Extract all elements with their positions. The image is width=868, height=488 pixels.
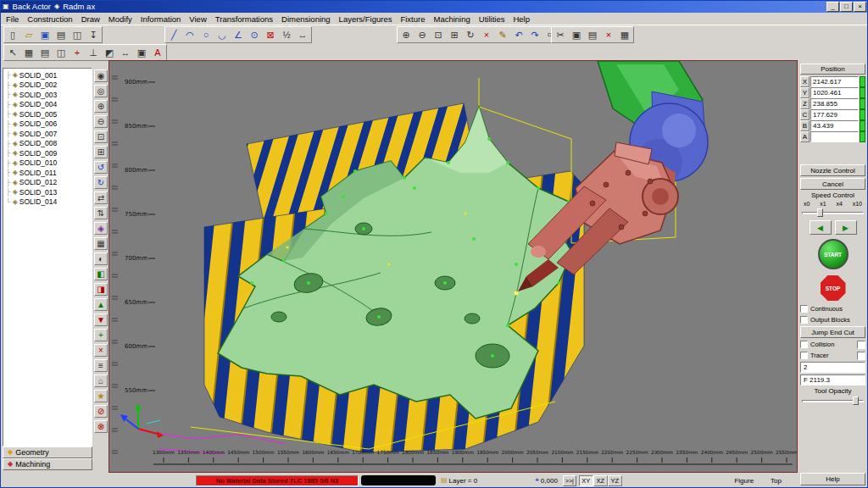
circle-tool-button[interactable]: ○ bbox=[198, 28, 214, 42]
zoom-window-button[interactable]: ⊡ bbox=[431, 28, 446, 42]
redo-button[interactable]: ↷ bbox=[527, 28, 542, 42]
menu-layers-figures[interactable]: Layers/Figures bbox=[335, 14, 397, 24]
tree-item-solid_004[interactable]: ├◈SOLID_004 bbox=[6, 100, 92, 110]
pencil-button[interactable]: ✎ bbox=[495, 28, 510, 42]
tree-item-solid_012[interactable]: ├◈SOLID_012 bbox=[6, 178, 92, 188]
menu-machining[interactable]: Machining bbox=[430, 14, 475, 24]
menu-fixture[interactable]: Fixture bbox=[396, 14, 429, 24]
point-tool-button[interactable]: ⊙ bbox=[247, 28, 262, 42]
wireframe-button[interactable]: ▦ bbox=[94, 237, 108, 250]
position-value-c[interactable]: 177.629 bbox=[810, 109, 859, 120]
position-value-y[interactable]: 1020.461 bbox=[810, 87, 859, 98]
figure-label[interactable]: Figure bbox=[734, 477, 754, 485]
jog-back-button[interactable]: ◀ bbox=[810, 220, 832, 235]
menu-construction[interactable]: Construction bbox=[23, 14, 76, 24]
tree-item-solid_002[interactable]: ├◈SOLID_002 bbox=[6, 80, 92, 91]
section2-button[interactable]: ◨ bbox=[94, 283, 108, 296]
plane-button-yz[interactable]: YZ bbox=[608, 475, 622, 486]
plane-button-xz[interactable]: XZ bbox=[593, 475, 608, 486]
select-button[interactable]: ↖ bbox=[5, 46, 20, 59]
feed-rate-field[interactable]: F 2119.3 bbox=[800, 374, 865, 385]
stop-button[interactable]: STOP bbox=[800, 274, 865, 302]
plane-button-xy[interactable]: XY bbox=[579, 475, 593, 486]
tree-item-solid_001[interactable]: ├◈SOLID_001 bbox=[6, 70, 92, 80]
zoom-out-button[interactable]: ⊖ bbox=[415, 28, 430, 42]
open-file-button[interactable]: ▱ bbox=[21, 28, 36, 42]
minimize-button[interactable]: _ bbox=[826, 2, 839, 12]
menu-utilities[interactable]: Utilities bbox=[475, 14, 509, 24]
no-entry-button[interactable]: ⊘ bbox=[94, 405, 108, 418]
angle-tool-button[interactable]: ∠ bbox=[231, 28, 246, 42]
plane-button[interactable]: ◩ bbox=[102, 46, 117, 59]
zoom-in-side-button[interactable]: ⊕ bbox=[94, 100, 108, 113]
viewport-3d-scene[interactable]: 900mm850mm800mm750mm700mm650mm600mm550mm… bbox=[109, 61, 797, 472]
star-button[interactable]: ★ bbox=[94, 390, 108, 402]
tree-item-solid_009[interactable]: ├◈SOLID_009 bbox=[6, 148, 92, 158]
rotate-right-button[interactable]: ↻ bbox=[94, 176, 108, 189]
eye-off-button[interactable]: ◎ bbox=[94, 85, 108, 97]
tree-item-solid_011[interactable]: ├◈SOLID_011 bbox=[6, 168, 92, 178]
solids-tree-panel[interactable]: ├◈SOLID_001├◈SOLID_002├◈SOLID_003├◈SOLID… bbox=[3, 68, 92, 446]
layers-tool-button[interactable]: ▤ bbox=[37, 46, 53, 59]
remove-button[interactable]: × bbox=[94, 344, 108, 357]
zoom-out-side-button[interactable]: ⊖ bbox=[94, 115, 108, 128]
line-tool-button[interactable]: ╱ bbox=[166, 28, 181, 42]
jog-forward-button[interactable]: ▶ bbox=[835, 220, 857, 235]
position-value-z[interactable]: 238.855 bbox=[810, 98, 859, 109]
top-label[interactable]: Top bbox=[771, 477, 782, 485]
zoom-extents-button[interactable]: ⊞ bbox=[447, 28, 462, 42]
undo-button[interactable]: ↶ bbox=[511, 28, 526, 42]
tree-item-solid_007[interactable]: ├◈SOLID_007 bbox=[6, 129, 92, 139]
grid-button[interactable]: ▦ bbox=[21, 46, 36, 59]
snap-button[interactable]: + bbox=[70, 46, 85, 59]
copy-button[interactable]: ▣ bbox=[569, 28, 584, 42]
tracer-checkbox[interactable] bbox=[800, 352, 808, 359]
menu-dimensioning[interactable]: Dimensioning bbox=[277, 14, 335, 24]
delete-button[interactable]: × bbox=[601, 28, 616, 42]
position-value-x[interactable]: 2142.617 bbox=[810, 76, 859, 87]
new-file-button[interactable]: ▯ bbox=[5, 28, 20, 42]
menu-file[interactable]: File bbox=[2, 14, 23, 24]
half-scale-button[interactable]: ½ bbox=[279, 28, 294, 42]
continuous-checkbox[interactable] bbox=[800, 305, 808, 313]
maximize-button[interactable]: □ bbox=[840, 2, 853, 12]
speed-slider-thumb[interactable] bbox=[817, 208, 823, 217]
jump-end-cut-button[interactable]: Jump End Cut bbox=[800, 326, 865, 338]
up-button[interactable]: ▲ bbox=[94, 298, 108, 311]
menu-view[interactable]: View bbox=[185, 14, 210, 24]
zoom-fit-side-button[interactable]: ⊞ bbox=[94, 146, 108, 158]
delete-geometry-button[interactable]: ⊠ bbox=[263, 28, 278, 42]
arc2-tool-button[interactable]: ◡ bbox=[214, 28, 230, 42]
tree-item-solid_013[interactable]: ├◈SOLID_013 bbox=[6, 187, 92, 197]
rotate-left-button[interactable]: ↺ bbox=[94, 161, 108, 174]
close-button[interactable]: × bbox=[854, 2, 866, 12]
tree-item-solid_006[interactable]: ├◈SOLID_006 bbox=[6, 119, 92, 130]
dimension-tool-button[interactable]: ↔ bbox=[295, 28, 310, 42]
cut-button[interactable]: ✂ bbox=[553, 28, 568, 42]
menu-transformations[interactable]: Transformations bbox=[211, 14, 277, 24]
tool-opacity-thumb[interactable] bbox=[853, 396, 859, 405]
arc-tool-button[interactable]: ◠ bbox=[182, 28, 198, 42]
expand-button[interactable]: >>| bbox=[563, 475, 576, 486]
collision-checkbox[interactable] bbox=[800, 341, 808, 348]
axis-button[interactable]: ⊥ bbox=[86, 46, 101, 59]
pan-vertical-button[interactable]: ⇅ bbox=[94, 207, 108, 219]
tree-item-solid_014[interactable]: └◈SOLID_014 bbox=[6, 197, 92, 208]
tab-geometry[interactable]: ◆ Geometry bbox=[3, 446, 92, 458]
add-button[interactable]: + bbox=[94, 329, 108, 341]
title-bar[interactable]: ▣ Back Actor ◈ Radm ax _ □ × bbox=[0, 0, 868, 13]
regen-button[interactable]: ↻ bbox=[463, 28, 478, 42]
list-button[interactable]: ≡ bbox=[94, 359, 108, 372]
position-value-a[interactable] bbox=[810, 131, 859, 142]
target-button[interactable]: ⊗ bbox=[94, 420, 108, 433]
home-button[interactable]: ⌂ bbox=[94, 374, 108, 387]
figures-button[interactable]: ◫ bbox=[53, 46, 69, 59]
tab-machining[interactable]: ◆ Machining bbox=[3, 458, 92, 470]
pan-horizontal-button[interactable]: ⇄ bbox=[94, 191, 108, 204]
help-button[interactable]: Help bbox=[800, 473, 865, 485]
cancel-button[interactable]: Cancel bbox=[800, 178, 865, 190]
save-button[interactable]: ▣ bbox=[37, 28, 53, 42]
shade-button[interactable]: ◈ bbox=[94, 222, 108, 235]
half-shade-button[interactable]: ◐ bbox=[94, 252, 108, 265]
tree-item-solid_010[interactable]: ├◈SOLID_010 bbox=[6, 158, 92, 169]
